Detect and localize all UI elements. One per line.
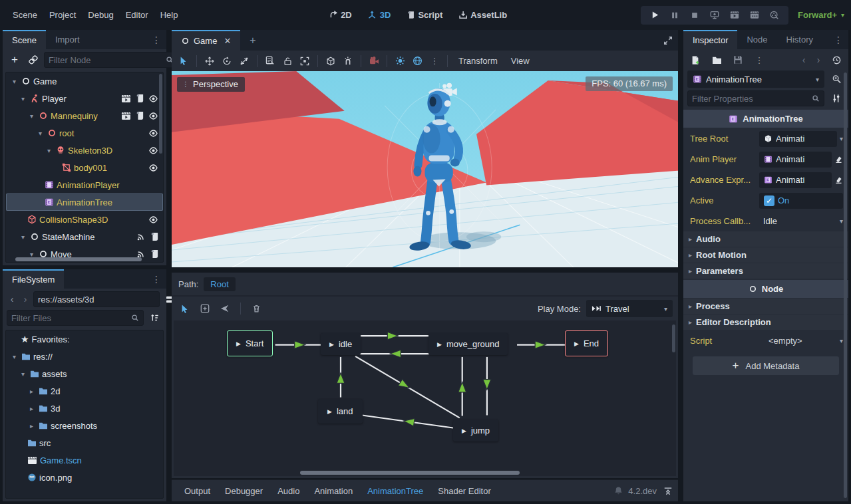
notification-bell-icon[interactable] — [614, 486, 623, 495]
renderer-selector[interactable]: Forward+ ▾ — [798, 10, 844, 20]
chevron-down-icon[interactable]: ▾ — [19, 370, 27, 378]
play-state-icon[interactable]: ▶ — [327, 408, 332, 415]
dock-menu-icon[interactable]: ⋮ — [828, 30, 848, 49]
state-node-idle[interactable]: ▶idle — [321, 333, 361, 355]
history-forward-icon[interactable]: › — [814, 52, 823, 68]
stop-button[interactable] — [686, 8, 703, 23]
menu-editor[interactable]: Editor — [120, 7, 154, 23]
chevron-down-icon[interactable]: ▾ — [36, 130, 45, 137]
sm-select-tool-icon[interactable] — [177, 301, 193, 316]
play-button[interactable] — [646, 8, 663, 23]
tab-filesystem[interactable]: FileSystem — [3, 269, 64, 289]
signal-icon[interactable] — [136, 232, 146, 241]
section-parameters[interactable]: ▸Parameters — [683, 263, 848, 279]
chevron-down-icon[interactable]: ▾ — [19, 95, 27, 102]
tree-node-skeleton3d[interactable]: ▾ Skeleton3D — [6, 142, 163, 159]
dock-menu-icon[interactable]: ⋮ — [146, 269, 166, 289]
advance-expression-picker[interactable]: Animati — [759, 172, 832, 188]
play-custom-scene-button[interactable] — [746, 8, 763, 23]
bottom-tab-shader-editor[interactable]: Shader Editor — [430, 483, 498, 499]
play-mode-select[interactable]: Travel ▾ — [586, 300, 673, 317]
fs-favorites[interactable]: ★ Favorites: — [6, 330, 163, 348]
visibility-eye-icon[interactable] — [148, 146, 158, 155]
tree-root-resource-picker[interactable]: Animati — [759, 131, 837, 147]
play-state-icon[interactable]: ▶ — [574, 340, 579, 347]
chevron-down-icon[interactable]: ▾ — [27, 251, 36, 258]
workspace-script[interactable]: Script — [401, 7, 448, 23]
visibility-eye-icon[interactable] — [148, 164, 158, 172]
tree-node-collisionshape3d[interactable]: CollisionShape3D — [6, 211, 163, 228]
perspective-menu[interactable]: ⋮ Perspective — [177, 77, 245, 92]
chevron-down-icon[interactable]: ▾ — [10, 353, 19, 360]
fs-path-input[interactable] — [38, 295, 155, 305]
tab-inspector[interactable]: Inspector — [683, 30, 737, 49]
property-tree-root[interactable]: Tree Root Animati ▾ — [683, 128, 848, 149]
script-icon[interactable] — [150, 249, 158, 259]
menu-debug[interactable]: Debug — [82, 7, 119, 23]
scale-tool-icon[interactable] — [236, 53, 252, 69]
visibility-eye-icon[interactable] — [148, 129, 158, 138]
sm-add-node-icon[interactable] — [197, 301, 213, 316]
open-scene-icon[interactable] — [121, 112, 131, 120]
state-machine-graph[interactable]: ▶Start ▶idle ▶move_ground ▶End ▶land ▶ju… — [174, 320, 676, 476]
pause-button[interactable] — [666, 8, 683, 23]
object-history-icon[interactable] — [828, 52, 844, 68]
lock-icon[interactable] — [279, 53, 295, 69]
property-script[interactable]: Script <empty> ▾ — [683, 330, 848, 351]
clear-icon[interactable] — [834, 155, 843, 164]
play-state-icon[interactable]: ▶ — [437, 341, 442, 348]
new-resource-icon[interactable] — [687, 52, 703, 68]
preview-camera-icon[interactable] — [366, 53, 382, 69]
fs-folder-src[interactable]: src — [6, 434, 163, 451]
workspace-2d[interactable]: 2D — [323, 7, 357, 23]
load-resource-icon[interactable] — [709, 52, 725, 68]
selection-list-icon[interactable] — [262, 53, 278, 69]
section-root-motion[interactable]: ▸Root Motion — [683, 247, 848, 263]
chevron-down-icon[interactable]: ▾ — [840, 135, 843, 142]
property-advance-expression[interactable]: Advance Expr... Animati — [683, 170, 848, 190]
tab-node[interactable]: Node — [737, 30, 776, 49]
script-icon[interactable] — [136, 94, 144, 103]
scene-tree-hscrollbar[interactable] — [15, 257, 142, 261]
view-menu-icon[interactable]: ⋮ — [426, 53, 442, 69]
workspace-3d[interactable]: 3D — [363, 7, 397, 23]
state-node-start[interactable]: ▶Start — [227, 330, 273, 356]
add-node-button[interactable]: + — [7, 52, 23, 68]
fs-res-root[interactable]: ▾ res:// — [6, 348, 163, 365]
transform-menu[interactable]: Transform — [452, 54, 504, 68]
chevron-down-icon[interactable]: ▾ — [840, 217, 843, 225]
history-back-icon[interactable]: ‹ — [799, 52, 808, 68]
workspace-assetlib[interactable]: AssetLib — [453, 7, 512, 23]
anim-player-node-picker[interactable]: Animati — [759, 152, 832, 168]
bottom-tab-output[interactable]: Output — [177, 483, 218, 499]
tree-node-animationtree[interactable]: AnimationTree — [6, 193, 163, 211]
section-process[interactable]: ▸Process — [683, 299, 848, 314]
bottom-tab-audio[interactable]: Audio — [270, 483, 307, 499]
nav-back-icon[interactable]: ‹ — [7, 291, 17, 307]
bottom-tab-animation[interactable]: Animation — [307, 483, 360, 499]
expand-bottom-panel-icon[interactable] — [663, 487, 673, 495]
resource-menu-icon[interactable]: ⋮ — [751, 52, 767, 68]
play-state-icon[interactable]: ▶ — [236, 340, 241, 347]
open-documentation-icon[interactable] — [828, 71, 844, 87]
section-editor-description[interactable]: ▸Editor Description — [683, 315, 848, 330]
viewport-3d[interactable]: ⋮ Perspective FPS: 60 (16.67 ms) — [172, 71, 678, 267]
bottom-tab-debugger[interactable]: Debugger — [218, 483, 270, 499]
tree-node-player[interactable]: ▾ Player — [6, 90, 163, 107]
sm-connect-nodes-icon[interactable] — [217, 301, 233, 316]
group-icon[interactable] — [297, 53, 313, 69]
sm-delete-icon[interactable] — [248, 301, 264, 316]
inspector-vscrollbar[interactable] — [844, 72, 847, 498]
play-state-icon[interactable]: ▶ — [462, 428, 466, 434]
tree-node-body001[interactable]: body001 — [6, 159, 163, 176]
tree-node-root[interactable]: ▾ root — [6, 124, 163, 142]
edited-resource-select[interactable]: AnimationTree ▾ — [687, 70, 824, 88]
fs-folder-screenshots[interactable]: ▸ screenshots — [6, 417, 163, 434]
add-metadata-button[interactable]: + Add Metadata — [693, 356, 839, 375]
open-scene-icon[interactable] — [121, 94, 131, 103]
tree-node-game[interactable]: ▾ Game — [6, 72, 163, 90]
visibility-eye-icon[interactable] — [148, 112, 158, 120]
visibility-eye-icon[interactable] — [148, 94, 158, 103]
close-icon[interactable]: ✕ — [224, 36, 231, 46]
scene-filter-input[interactable] — [49, 55, 166, 65]
